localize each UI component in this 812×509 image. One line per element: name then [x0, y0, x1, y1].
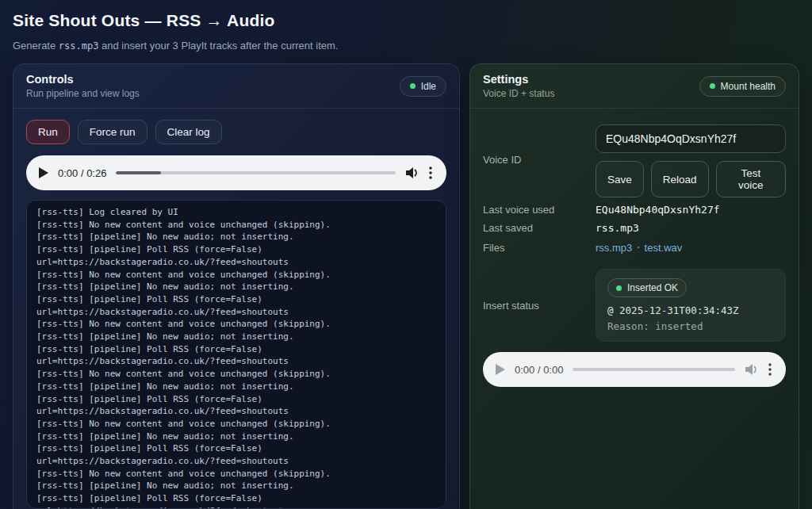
- controls-title: Controls: [26, 73, 140, 86]
- insert-status-label: Insert status: [483, 300, 596, 312]
- settings-panel-titles: Settings Voice ID + status: [483, 73, 554, 99]
- play-icon[interactable]: [37, 167, 48, 178]
- play-icon-disabled[interactable]: [494, 364, 505, 375]
- subtitle-filename: rss.mp3: [59, 40, 99, 52]
- insert-timestamp: @ 2025-12-31T00:34:43Z: [607, 304, 774, 316]
- controls-panel-titles: Controls Run pipeline and view logs: [26, 73, 140, 99]
- log-text: [rss-tts] Log cleared by UI [rss-tts] No…: [36, 206, 436, 509]
- test-wav-link[interactable]: test.wav: [645, 242, 683, 254]
- page-title: Site Shout Outs — RSS → Audio: [13, 11, 799, 30]
- volume-icon[interactable]: [405, 166, 419, 179]
- controls-panel: Controls Run pipeline and view logs Idle…: [13, 63, 460, 509]
- voice-button-row: Save Reload Test voice: [596, 161, 786, 197]
- insert-reason: Reason: inserted: [607, 320, 774, 332]
- audio-menu-icon[interactable]: [429, 166, 432, 179]
- insert-status-box: Inserted OK @ 2025-12-31T00:34:43Z Reaso…: [596, 269, 786, 342]
- mount-health-badge: Mount health: [699, 76, 786, 97]
- files-links: rss.mp3·test.wav: [596, 235, 786, 259]
- settings-title: Settings: [483, 73, 554, 86]
- controls-subtitle: Run pipeline and view logs: [26, 88, 140, 99]
- settings-panel-header: Settings Voice ID + status Mount health: [470, 64, 799, 109]
- clear-log-button[interactable]: Clear log: [155, 120, 222, 144]
- subtitle-suffix: and insert your 3 PlayIt tracks after th…: [98, 40, 338, 52]
- idle-status-badge: Idle: [400, 76, 446, 97]
- inserted-ok-badge: Inserted OK: [607, 278, 687, 297]
- mount-health-label: Mount health: [721, 81, 776, 92]
- save-button[interactable]: Save: [596, 161, 644, 197]
- voice-id-block: Save Reload Test voice: [596, 120, 786, 199]
- last-voice-used-value: EQu48Nbp40qDxsnYh27f: [596, 199, 786, 220]
- last-voice-used-label: Last voice used: [483, 199, 596, 220]
- audio-time-disabled: 0:00 / 0:00: [515, 364, 563, 376]
- settings-panel-body: Voice ID Save Reload Test voice Last voi…: [470, 109, 799, 398]
- page: Site Shout Outs — RSS → Audio Generate r…: [0, 0, 812, 509]
- force-run-button[interactable]: Force run: [78, 120, 147, 144]
- volume-icon-disabled[interactable]: [745, 363, 759, 376]
- audio-time: 0:00 / 0:26: [58, 167, 106, 179]
- run-button[interactable]: Run: [26, 120, 70, 144]
- page-subtitle: Generate rss.mp3 and insert your 3 PlayI…: [13, 40, 799, 52]
- audio-played-fill: [116, 171, 160, 174]
- controls-panel-header: Controls Run pipeline and view logs Idle: [13, 64, 459, 109]
- rss-mp3-link[interactable]: rss.mp3: [596, 242, 632, 254]
- inserted-ok-label: Inserted OK: [627, 282, 678, 293]
- voice-id-label: Voice ID: [483, 154, 596, 166]
- main-layout: Controls Run pipeline and view logs Idle…: [13, 63, 799, 509]
- idle-status-dot-icon: [410, 83, 416, 89]
- log-output[interactable]: [rss-tts] Log cleared by UI [rss-tts] No…: [26, 200, 446, 509]
- test-audio-player[interactable]: 0:00 / 0:00: [483, 352, 786, 387]
- last-saved-label: Last saved: [483, 220, 596, 235]
- settings-subtitle: Voice ID + status: [483, 88, 554, 99]
- controls-panel-body: Run Force run Clear log 0:00 / 0:26: [13, 109, 459, 509]
- audio-menu-icon-2[interactable]: [768, 363, 772, 376]
- audio-seek-bar-disabled[interactable]: [573, 368, 735, 371]
- mount-health-dot-icon: [710, 83, 715, 89]
- audio-seek-bar[interactable]: [116, 171, 396, 174]
- subtitle-prefix: Generate: [13, 40, 59, 52]
- files-label: Files: [483, 237, 596, 258]
- idle-status-label: Idle: [421, 81, 436, 92]
- controls-button-row: Run Force run Clear log: [26, 120, 446, 144]
- test-voice-button[interactable]: Test voice: [716, 161, 786, 197]
- settings-panel: Settings Voice ID + status Mount health …: [469, 63, 799, 509]
- voice-id-input[interactable]: [596, 124, 786, 153]
- inserted-ok-dot-icon: [616, 285, 622, 291]
- files-separator: ·: [636, 240, 640, 254]
- reload-button[interactable]: Reload: [651, 161, 709, 197]
- preview-audio-player[interactable]: 0:00 / 0:26: [26, 155, 446, 190]
- last-saved-value: rss.mp3: [596, 220, 786, 235]
- settings-grid: Voice ID Save Reload Test voice Last voi…: [483, 120, 786, 387]
